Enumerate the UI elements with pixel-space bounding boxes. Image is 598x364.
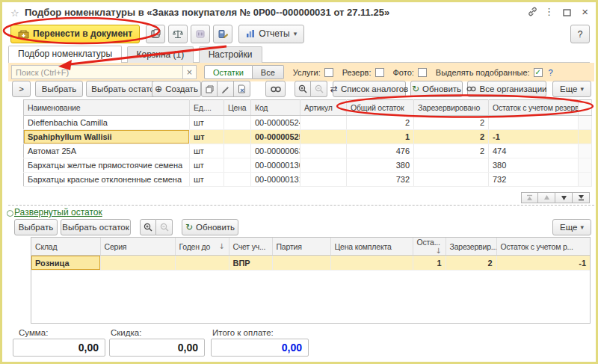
cell-kit-price[interactable] <box>330 256 413 271</box>
column-header-net[interactable]: Остаток с учетом р... <box>496 238 590 256</box>
cell-total[interactable]: 2 <box>347 116 414 130</box>
edit-button[interactable] <box>218 81 234 97</box>
detail-select-stock-button[interactable]: Выбрать остаток <box>61 219 131 235</box>
cell-unit[interactable]: шт <box>190 173 224 187</box>
splitter[interactable] <box>8 205 594 206</box>
expand-panel-button[interactable]: > <box>12 81 31 97</box>
column-header-article[interactable]: Артикул <box>300 100 347 116</box>
column-header-series[interactable]: Серия <box>100 238 175 256</box>
total-field[interactable]: 0,00 <box>211 339 309 357</box>
cell-account[interactable]: ВПР <box>229 256 272 271</box>
search-input[interactable] <box>11 65 183 79</box>
barcode-scanner-button[interactable] <box>191 25 210 43</box>
table-row[interactable]: Бархатцы красные отклоненные семена шт 0… <box>24 173 592 187</box>
column-header-unit[interactable]: Ед.... <box>190 100 224 116</box>
select-button[interactable]: Выбрать <box>35 81 83 97</box>
cell-name[interactable]: Бархатцы красные отклоненные семена <box>24 173 190 187</box>
cell-unit[interactable]: шт <box>190 144 224 158</box>
column-header-name[interactable]: Наименование <box>24 100 190 116</box>
cell-code[interactable]: 00-00000063 <box>251 144 300 158</box>
toggle-all-button[interactable]: Все <box>253 65 284 79</box>
detail-zoom-in-button[interactable] <box>140 219 156 235</box>
reserve-checkbox[interactable] <box>375 68 384 77</box>
more-button[interactable]: Еще ▾ <box>552 81 591 97</box>
column-header-code[interactable]: Код <box>251 100 300 116</box>
tab-settings[interactable]: Настройки <box>199 46 262 63</box>
cell-article[interactable] <box>300 158 347 173</box>
cell-net[interactable]: -1 <box>496 256 590 271</box>
cell-reserved[interactable]: 2 <box>414 116 489 130</box>
cell-total[interactable]: 476 <box>347 144 414 158</box>
services-checkbox[interactable] <box>324 68 333 77</box>
cell-article[interactable] <box>300 173 347 187</box>
cell-code[interactable]: 00-00000130 <box>251 158 300 173</box>
cell-net[interactable]: 474 <box>489 144 579 158</box>
column-header-net-stock[interactable]: Остаток с учетом резерва <box>489 100 579 116</box>
column-header-expiry[interactable]: Годен до↓ <box>175 238 229 256</box>
copy-button[interactable] <box>201 81 218 97</box>
maximize-icon[interactable] <box>563 8 571 19</box>
favorite-star-icon[interactable]: ☆ <box>10 7 19 19</box>
cell-reserved[interactable]: 2 <box>414 144 489 158</box>
column-header-kit-price[interactable]: Цена комплекта <box>330 238 413 256</box>
discount-field[interactable]: 0,00 <box>109 339 205 357</box>
cell-warehouse[interactable]: Розница <box>31 256 100 271</box>
link-icon[interactable] <box>528 7 537 19</box>
table-row[interactable]: Бархатцы желтые прямостоячие семена шт 0… <box>24 158 592 173</box>
equipment-window-button[interactable] <box>146 25 165 43</box>
zoom-out-button[interactable] <box>311 81 327 97</box>
column-header-reserved[interactable]: Зарезервир... <box>446 238 496 256</box>
scrollbar-track[interactable] <box>579 100 592 116</box>
group-collapse-icon[interactable] <box>7 210 13 217</box>
cell-total[interactable]: 1 <box>347 130 414 144</box>
cell-price[interactable] <box>224 158 251 173</box>
detail-select-button[interactable]: Выбрать <box>14 219 58 235</box>
column-header-account[interactable]: Счет уч... <box>229 238 272 256</box>
cell-article[interactable] <box>300 116 347 130</box>
transfer-to-document-button[interactable]: Перенести в документ <box>10 25 140 43</box>
cell-name[interactable]: Dieffenbachia Camilla <box>24 116 190 130</box>
column-header-reserved[interactable]: Зарезервировано <box>414 100 489 116</box>
cell-code[interactable]: 00-00000131 <box>251 173 300 187</box>
column-header-warehouse[interactable]: Склад <box>31 238 100 256</box>
cell-reserved[interactable]: 2 <box>446 256 496 271</box>
cell-series[interactable] <box>100 256 175 271</box>
detail-more-button[interactable]: Еще ▾ <box>552 219 591 235</box>
go-down-button[interactable] <box>555 192 573 203</box>
cell-total[interactable]: 380 <box>347 158 414 173</box>
cell-unit[interactable]: шт <box>190 158 224 173</box>
clear-search-icon[interactable]: × <box>183 65 197 79</box>
cell-code[interactable]: 00-00000524 <box>251 116 300 130</box>
column-header-total-stock[interactable]: Общий остаток <box>347 100 414 116</box>
tab-selection[interactable]: Подбор номенклатуры <box>8 46 122 63</box>
go-bottom-button[interactable] <box>573 192 590 203</box>
cell-stock[interactable]: 1 <box>413 256 446 271</box>
cell-name[interactable]: Бархатцы желтые прямостоячие семена <box>24 158 190 173</box>
reports-button[interactable]: Отчеты ▾ <box>238 25 304 43</box>
table-row[interactable]: Автомат 25А шт 00-00000063 476 2 474 <box>24 144 592 158</box>
cell-reserved[interactable]: 2 <box>414 130 489 144</box>
cell-name[interactable]: Spahiphyllum Wallisii <box>24 130 190 144</box>
cell-code[interactable]: 00-00000525 <box>251 130 300 144</box>
refresh-button[interactable]: ↻ Обновить <box>410 81 463 97</box>
cell-unit[interactable]: шт <box>190 116 224 130</box>
highlight-checkbox[interactable]: ✓ <box>534 68 543 77</box>
cell-reserved[interactable] <box>414 173 489 187</box>
column-header-price[interactable]: Цена <box>224 100 251 116</box>
table-row[interactable]: Dieffenbachia Camilla шт 00-00000524 2 2 <box>24 116 592 130</box>
column-header-batch[interactable]: Партия <box>272 238 330 256</box>
kebab-menu-icon[interactable]: ⋮ <box>544 7 554 17</box>
cell-batch[interactable] <box>272 256 330 271</box>
close-icon[interactable]: × <box>582 7 588 17</box>
link-rings-button[interactable] <box>265 81 286 97</box>
go-up-button[interactable] <box>538 192 555 203</box>
cell-net[interactable]: 732 <box>489 173 579 187</box>
cell-net[interactable]: -1 <box>489 130 579 144</box>
sum-field[interactable]: 0,00 <box>13 339 105 357</box>
detail-zoom-out-button[interactable] <box>156 219 173 235</box>
create-button[interactable]: ⊕ Создать <box>152 81 201 97</box>
cell-price[interactable] <box>224 130 251 144</box>
detail-stock-group-link[interactable]: Развернутый остаток <box>14 207 102 218</box>
payment-terminal-button[interactable] <box>213 25 232 43</box>
toggle-stock-button[interactable]: Остатки <box>204 65 253 79</box>
